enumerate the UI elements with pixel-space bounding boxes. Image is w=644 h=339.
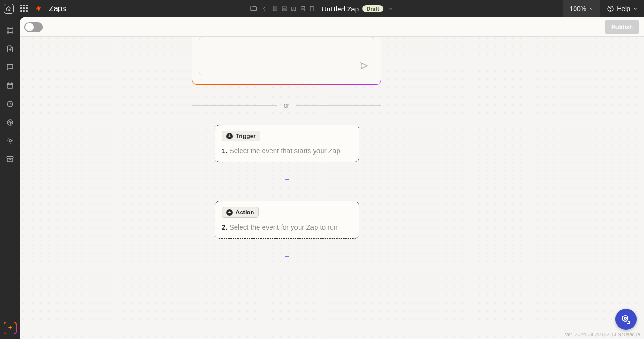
breadcrumb-chevron-icon <box>261 5 268 12</box>
top-bar-right: 100% Help <box>563 0 644 17</box>
svg-rect-5 <box>294 7 296 11</box>
action-chip-label: Action <box>236 209 254 216</box>
svg-point-21 <box>622 316 628 321</box>
svg-point-14 <box>12 32 13 33</box>
trigger-chip[interactable]: + Trigger <box>222 131 260 141</box>
svg-rect-1 <box>276 7 277 11</box>
help-label: Help <box>617 5 630 12</box>
mini-icon-3 <box>290 6 297 12</box>
help-chat-icon <box>621 314 632 325</box>
chevron-down-icon <box>589 6 593 11</box>
home-icon <box>6 6 12 11</box>
copilot-button[interactable] <box>4 322 17 334</box>
action-step-desc: 2. Select the event for your Zap to run <box>222 223 352 231</box>
svg-rect-15 <box>7 83 13 88</box>
svg-rect-19 <box>7 158 13 162</box>
or-separator: or <box>192 102 381 109</box>
svg-rect-8 <box>310 7 313 11</box>
connector-line <box>287 159 288 169</box>
plus-circle-icon: + <box>226 133 233 139</box>
trigger-chip-label: Trigger <box>236 132 256 139</box>
enable-toggle[interactable] <box>24 22 43 32</box>
trigger-step-text: Select the event that starts your Zap <box>230 147 340 155</box>
action-step-text: Select the event for your Zap to run <box>230 223 338 231</box>
svg-rect-6 <box>301 7 305 9</box>
svg-rect-20 <box>7 157 13 158</box>
svg-rect-7 <box>301 9 305 11</box>
version-label: ver. 2024-09-20T22:13-970eac1e <box>565 332 640 337</box>
app-switcher-icon[interactable] <box>20 5 29 13</box>
trigger-step-desc: 1. Select the event that starts your Zap <box>222 147 352 155</box>
rail-grid-icon[interactable] <box>6 26 15 35</box>
title-menu-button[interactable] <box>387 5 394 12</box>
plus-circle-icon: + <box>226 209 233 216</box>
help-button[interactable]: Help <box>600 0 644 17</box>
add-step-button[interactable] <box>283 176 291 184</box>
svg-point-22 <box>624 317 626 319</box>
rail-activity-icon[interactable] <box>6 118 15 127</box>
zap-bolt-icon <box>35 5 42 12</box>
svg-rect-0 <box>273 7 275 11</box>
mini-icon-4 <box>299 6 306 12</box>
send-icon[interactable] <box>359 61 368 70</box>
trigger-step-number: 1. <box>222 147 228 155</box>
zoom-label: 100% <box>569 5 586 12</box>
help-fab[interactable] <box>615 309 637 330</box>
publish-button[interactable]: Publish <box>605 20 639 34</box>
top-bar-left: Zaps <box>0 4 66 14</box>
status-chip: Draft <box>362 5 383 12</box>
trigger-step-card[interactable]: + Trigger 1. Select the event that start… <box>215 125 359 162</box>
brand-label: Zaps <box>49 4 66 13</box>
svg-point-13 <box>7 32 9 33</box>
top-bar-center: Untitled Zap Draft <box>250 5 394 13</box>
mini-icon-2 <box>281 6 288 12</box>
separator-line <box>296 105 381 106</box>
svg-rect-2 <box>282 7 286 8</box>
ai-prompt-card <box>192 37 381 85</box>
sparkle-icon <box>7 325 13 331</box>
top-bar: Zaps Untitled Zap Draft 100% Help <box>0 0 644 17</box>
mini-icon-1 <box>272 6 278 12</box>
action-step-card[interactable]: + Action 2. Select the event for your Za… <box>215 201 359 239</box>
home-button[interactable] <box>4 4 14 14</box>
rail-clock-icon[interactable] <box>6 99 15 109</box>
rail-archive-icon[interactable] <box>6 155 15 164</box>
connector-line <box>287 237 288 247</box>
svg-point-18 <box>9 140 11 142</box>
chevron-down-icon <box>633 6 638 11</box>
action-chip[interactable]: + Action <box>222 207 259 218</box>
svg-rect-3 <box>282 9 286 11</box>
separator-line <box>192 105 277 106</box>
rail-file-icon[interactable] <box>6 44 15 53</box>
left-rail <box>0 17 20 339</box>
rail-calendar-icon[interactable] <box>6 81 15 90</box>
svg-point-11 <box>7 28 9 29</box>
zap-title[interactable]: Untitled Zap <box>322 5 359 13</box>
separator-label: or <box>284 102 289 109</box>
action-step-number: 2. <box>222 223 228 231</box>
connector-line <box>287 185 288 201</box>
mini-icon-5 <box>309 6 315 12</box>
rail-chat-icon[interactable] <box>6 63 15 72</box>
add-step-button[interactable] <box>283 253 291 260</box>
svg-point-12 <box>12 28 13 29</box>
rail-gear-icon[interactable] <box>6 136 15 145</box>
breadcrumb-mini-icons <box>272 6 315 12</box>
svg-point-10 <box>610 10 611 11</box>
canvas-toolbar: Publish <box>20 17 644 37</box>
ai-prompt-input[interactable] <box>199 37 374 75</box>
zoom-button[interactable]: 100% <box>563 0 600 17</box>
editor-canvas[interactable]: Publish or + Trigger 1. Select the event… <box>20 17 644 339</box>
help-circle-icon <box>607 5 614 12</box>
folder-icon[interactable] <box>250 5 257 12</box>
svg-rect-4 <box>292 7 293 11</box>
